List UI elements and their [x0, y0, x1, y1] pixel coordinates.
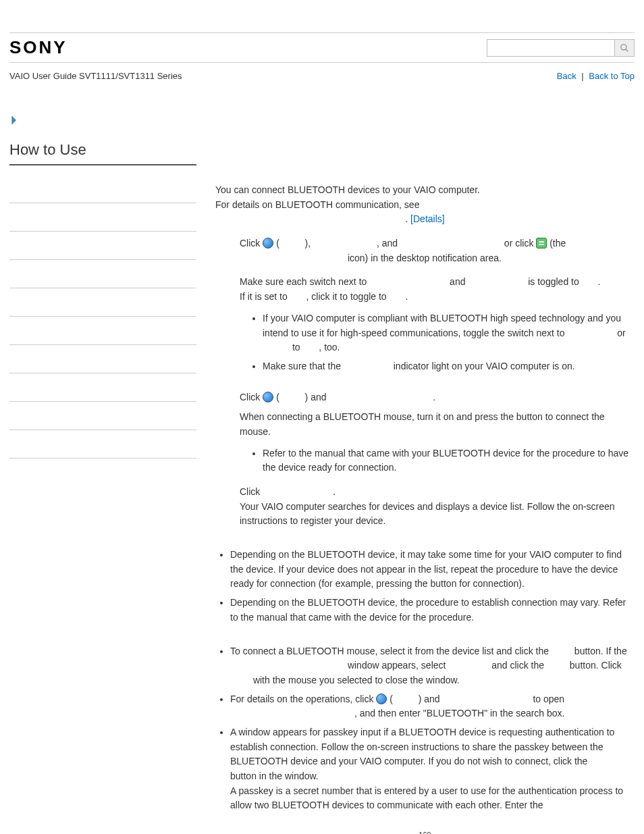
- details-row: . [Details]: [215, 212, 635, 227]
- details-link[interactable]: [Details]: [410, 213, 445, 224]
- start-icon: [263, 238, 273, 249]
- brand-logo: SONY: [9, 37, 68, 58]
- sidebar-list: [9, 175, 196, 459]
- svg-line-1: [626, 49, 628, 51]
- sidebar-item[interactable]: [9, 260, 196, 288]
- step-2-notes: If your VAIO computer is compliant with …: [240, 311, 635, 374]
- sidebar-item[interactable]: [9, 317, 196, 345]
- sidebar-item[interactable]: [9, 402, 196, 430]
- intro-line-1: You can connect BLUETOOTH devices to you…: [215, 183, 635, 198]
- step-4: Click . Your VAIO computer searches for …: [215, 485, 635, 529]
- sidebar-item[interactable]: [9, 232, 196, 260]
- search-input[interactable]: [487, 39, 615, 57]
- sidebar-item[interactable]: [9, 288, 196, 317]
- search-icon: [620, 43, 629, 53]
- page-number: 169: [215, 829, 635, 834]
- notification-icon: [536, 238, 547, 249]
- notes-section-b: To connect a BLUETOOTH mouse, select it …: [215, 644, 635, 814]
- step-1: Click ( ), , and or click (the icon) in …: [215, 236, 635, 265]
- sidebar-item[interactable]: [9, 175, 196, 203]
- notes-section-a: Depending on the BLUETOOTH device, it ma…: [215, 548, 635, 625]
- sidebar-item[interactable]: [9, 345, 196, 373]
- back-to-top-link[interactable]: Back to Top: [589, 71, 635, 81]
- step-3-notes: Refer to the manual that came with your …: [240, 446, 635, 475]
- sidebar-item[interactable]: [9, 373, 196, 402]
- search-button[interactable]: [614, 39, 635, 57]
- step-3: Click ( ) and . When connecting a BLUETO…: [215, 390, 635, 479]
- sidebar-item[interactable]: [9, 203, 196, 232]
- intro-line-2: For details on BLUETOOTH communication, …: [215, 198, 635, 213]
- start-icon: [263, 392, 273, 402]
- back-link[interactable]: Back: [557, 71, 576, 81]
- chevron-right-icon: [9, 115, 20, 126]
- sidebar-title: How to Use: [9, 141, 196, 165]
- svg-point-0: [621, 44, 626, 49]
- breadcrumb-chevron[interactable]: [9, 115, 635, 128]
- guide-title: VAIO User Guide SVT1111/SVT1311 Series: [9, 71, 182, 81]
- start-icon: [376, 694, 387, 704]
- sidebar-item[interactable]: [9, 430, 196, 459]
- main-content: You can connect BLUETOOTH devices to you…: [215, 141, 635, 834]
- nav-links: Back | Back to Top: [557, 71, 635, 81]
- search-box: [487, 39, 635, 57]
- step-2: Make sure each switch next to and is tog…: [215, 275, 635, 377]
